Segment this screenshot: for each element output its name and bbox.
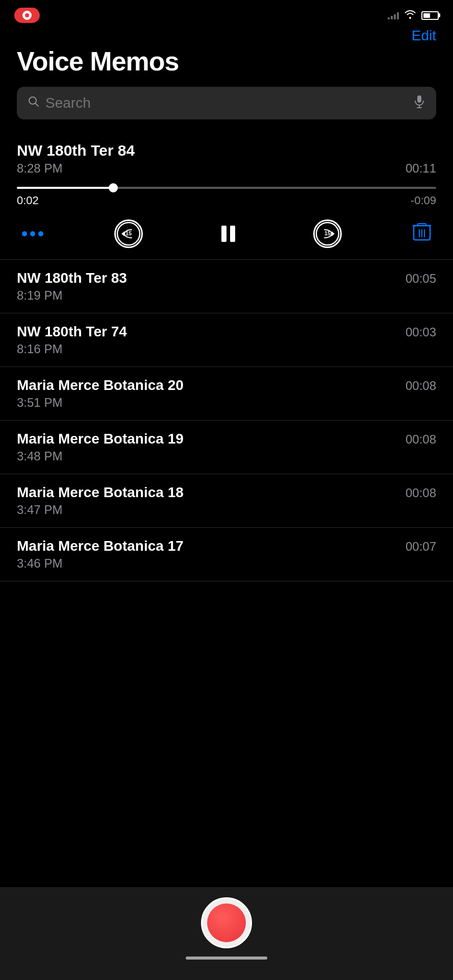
- progress-track[interactable]: [17, 187, 436, 189]
- wifi-icon: [404, 10, 416, 21]
- signal-bar-1: [388, 17, 390, 19]
- record-button[interactable]: [201, 897, 252, 948]
- memo-item-time: 8:19 PM: [17, 288, 62, 303]
- memo-item-row: Maria Merce Botanica 18 00:08: [17, 484, 436, 503]
- memo-item-duration: 00:05: [406, 272, 436, 286]
- memo-item-duration: 00:08: [406, 379, 436, 393]
- memo-item-title: NW 180th Ter 83: [17, 270, 127, 286]
- signal-bar-4: [397, 12, 399, 19]
- svg-text:15: 15: [324, 230, 331, 236]
- list-item[interactable]: NW 180th Ter 74 00:03 8:16 PM: [0, 313, 453, 367]
- playback-controls: 15 15: [17, 210, 436, 259]
- list-item[interactable]: Maria Merce Botanica 18 00:08 3:47 PM: [0, 474, 453, 528]
- progress-container[interactable]: 0:02 -0:09: [17, 187, 436, 207]
- progress-fill: [17, 187, 113, 189]
- memo-item-title: Maria Merce Botanica 18: [17, 484, 184, 501]
- pause-icon: [214, 219, 242, 248]
- svg-marker-9: [332, 231, 335, 236]
- list-item[interactable]: Maria Merce Botanica 20 00:08 3:51 PM: [0, 367, 453, 421]
- more-options-button[interactable]: [22, 231, 43, 236]
- active-memo: NW 180th Ter 84 8:28 PM 00:11 0:02 -0:09: [0, 132, 453, 260]
- memo-item-meta: 3:48 PM: [17, 449, 436, 463]
- signal-bars: [388, 11, 399, 19]
- memo-item-row: Maria Merce Botanica 20 00:08: [17, 377, 436, 396]
- skip-back-icon: 15: [114, 219, 143, 248]
- battery-fill: [423, 13, 430, 18]
- memo-item-title: Maria Merce Botanica 19: [17, 431, 184, 447]
- signal-bar-3: [394, 14, 396, 19]
- memo-item-time: 3:51 PM: [17, 396, 62, 410]
- memo-item-row: NW 180th Ter 74 00:03: [17, 324, 436, 342]
- status-right: [388, 10, 439, 21]
- memo-item-time: 3:46 PM: [17, 556, 62, 571]
- memo-item-meta: 8:19 PM: [17, 288, 436, 303]
- memo-item-title: Maria Merce Botanica 20: [17, 377, 184, 394]
- bottom-spacer: [0, 581, 453, 683]
- memo-list: NW 180th Ter 83 00:05 8:19 PM NW 180th T…: [0, 260, 453, 581]
- three-dots-icon: [22, 231, 43, 236]
- skip-back-button[interactable]: 15: [114, 219, 143, 248]
- home-indicator: [186, 957, 267, 960]
- signal-bar-2: [391, 16, 393, 19]
- memo-item-time: 3:48 PM: [17, 449, 62, 463]
- search-icon: [28, 96, 39, 110]
- search-bar[interactable]: [17, 87, 436, 119]
- memo-item-time: 8:16 PM: [17, 342, 62, 356]
- microphone-icon[interactable]: [414, 95, 425, 111]
- active-memo-time: 8:28 PM: [17, 161, 62, 176]
- page-title: Voice Memos: [0, 46, 453, 77]
- record-button-inner: [207, 903, 246, 942]
- delete-button[interactable]: [413, 222, 431, 247]
- pause-bar-1: [221, 226, 226, 242]
- memo-item-meta: 3:47 PM: [17, 503, 436, 517]
- list-item[interactable]: NW 180th Ter 83 00:05 8:19 PM: [0, 260, 453, 313]
- status-left: [14, 8, 40, 23]
- record-dot: [22, 11, 32, 20]
- header: Edit: [0, 28, 453, 44]
- progress-times: 0:02 -0:09: [17, 194, 436, 207]
- skip-forward-button[interactable]: 15: [313, 219, 342, 248]
- memo-item-duration: 00:03: [406, 325, 436, 339]
- pause-button[interactable]: [214, 219, 242, 248]
- battery-body: [421, 11, 439, 20]
- memo-item-row: Maria Merce Botanica 17 00:07: [17, 538, 436, 556]
- status-bar: [0, 0, 453, 28]
- dot-2: [30, 231, 35, 236]
- progress-remaining: -0:09: [411, 194, 436, 207]
- active-memo-meta: 8:28 PM 00:11: [17, 161, 436, 176]
- trash-icon: [413, 222, 431, 247]
- memo-item-duration: 00:08: [406, 486, 436, 500]
- memo-item-duration: 00:08: [406, 432, 436, 447]
- dot-1: [22, 231, 27, 236]
- memo-item-row: Maria Merce Botanica 19 00:08: [17, 431, 436, 449]
- active-memo-duration: 00:11: [406, 161, 436, 176]
- progress-thumb: [109, 183, 118, 192]
- memo-item-meta: 3:46 PM: [17, 556, 436, 571]
- memo-item-title: Maria Merce Botanica 17: [17, 538, 184, 554]
- svg-line-1: [36, 104, 39, 107]
- record-indicator: [14, 8, 40, 23]
- memo-item-meta: 3:51 PM: [17, 396, 436, 410]
- progress-current: 0:02: [17, 194, 39, 207]
- memo-item-row: NW 180th Ter 83 00:05: [17, 270, 436, 288]
- skip-forward-icon: 15: [313, 219, 342, 248]
- memo-item-time: 3:47 PM: [17, 503, 62, 517]
- memo-item-duration: 00:07: [406, 540, 436, 554]
- svg-marker-6: [121, 231, 124, 236]
- search-input[interactable]: [45, 95, 408, 111]
- pause-bar-2: [230, 226, 235, 242]
- edit-button[interactable]: Edit: [412, 28, 436, 44]
- memo-item-meta: 8:16 PM: [17, 342, 436, 356]
- dot-3: [38, 231, 43, 236]
- active-memo-title: NW 180th Ter 84: [17, 142, 436, 159]
- memo-item-title: NW 180th Ter 74: [17, 324, 127, 340]
- list-item[interactable]: Maria Merce Botanica 17 00:07 3:46 PM: [0, 528, 453, 581]
- bottom-bar: [0, 887, 453, 980]
- svg-rect-2: [417, 95, 421, 103]
- battery-icon: [421, 11, 439, 20]
- list-item[interactable]: Maria Merce Botanica 19 00:08 3:48 PM: [0, 421, 453, 474]
- svg-text:15: 15: [125, 230, 132, 236]
